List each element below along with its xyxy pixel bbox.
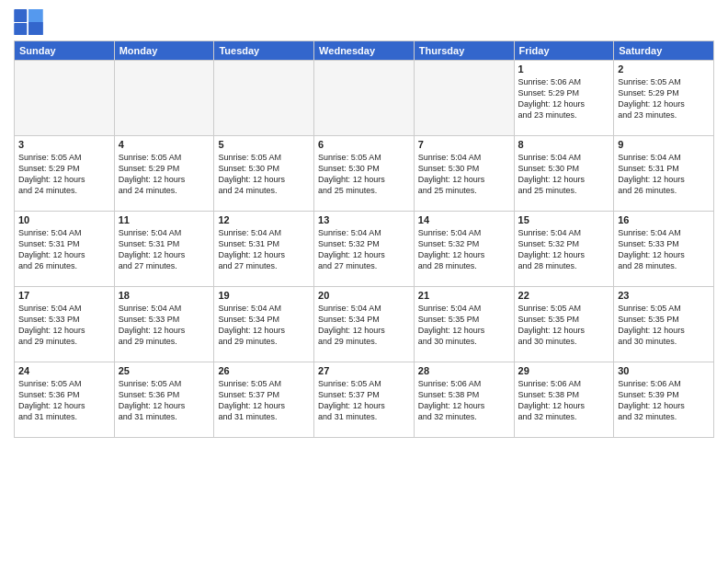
calendar-table: SundayMondayTuesdayWednesdayThursdayFrid… — [14, 40, 714, 438]
day-number: 13 — [318, 214, 410, 225]
day-info: Sunrise: 5:04 AM Sunset: 5:35 PM Dayligh… — [418, 303, 510, 348]
day-cell: 20Sunrise: 5:04 AM Sunset: 5:34 PM Dayli… — [314, 287, 415, 362]
day-number: 20 — [318, 290, 410, 301]
day-cell: 2Sunrise: 5:05 AM Sunset: 5:29 PM Daylig… — [614, 61, 714, 136]
day-number: 9 — [618, 139, 710, 150]
day-cell: 27Sunrise: 5:05 AM Sunset: 5:37 PM Dayli… — [314, 362, 415, 438]
day-cell — [314, 61, 415, 136]
day-cell: 11Sunrise: 5:04 AM Sunset: 5:31 PM Dayli… — [114, 212, 214, 287]
day-cell: 9Sunrise: 5:04 AM Sunset: 5:31 PM Daylig… — [614, 136, 714, 212]
day-info: Sunrise: 5:04 AM Sunset: 5:32 PM Dayligh… — [518, 227, 610, 272]
day-cell: 29Sunrise: 5:06 AM Sunset: 5:38 PM Dayli… — [514, 362, 614, 438]
day-info: Sunrise: 5:05 AM Sunset: 5:29 PM Dayligh… — [18, 152, 110, 197]
day-info: Sunrise: 5:04 AM Sunset: 5:30 PM Dayligh… — [518, 152, 610, 197]
day-number: 4 — [119, 139, 210, 150]
header-cell-thursday: Thursday — [414, 41, 514, 61]
day-number: 16 — [618, 214, 710, 225]
day-number: 6 — [318, 139, 410, 150]
day-number: 18 — [119, 290, 210, 301]
week-row-0: 1Sunrise: 5:06 AM Sunset: 5:29 PM Daylig… — [15, 61, 714, 136]
day-info: Sunrise: 5:05 AM Sunset: 5:35 PM Dayligh… — [618, 303, 710, 348]
day-info: Sunrise: 5:05 AM Sunset: 5:29 PM Dayligh… — [119, 152, 210, 197]
day-number: 1 — [518, 63, 610, 75]
day-number: 5 — [218, 139, 310, 150]
day-info: Sunrise: 5:04 AM Sunset: 5:32 PM Dayligh… — [418, 227, 510, 272]
day-info: Sunrise: 5:04 AM Sunset: 5:34 PM Dayligh… — [218, 303, 310, 348]
day-info: Sunrise: 5:04 AM Sunset: 5:31 PM Dayligh… — [618, 152, 710, 197]
day-cell: 18Sunrise: 5:04 AM Sunset: 5:33 PM Dayli… — [114, 287, 214, 362]
day-info: Sunrise: 5:04 AM Sunset: 5:31 PM Dayligh… — [119, 227, 210, 272]
day-cell — [114, 61, 214, 136]
day-cell: 17Sunrise: 5:04 AM Sunset: 5:33 PM Dayli… — [15, 287, 115, 362]
day-number: 3 — [18, 139, 110, 150]
day-cell: 15Sunrise: 5:04 AM Sunset: 5:32 PM Dayli… — [514, 212, 614, 287]
day-number: 23 — [618, 290, 710, 301]
week-row-3: 17Sunrise: 5:04 AM Sunset: 5:33 PM Dayli… — [15, 287, 714, 362]
header-row: SundayMondayTuesdayWednesdayThursdayFrid… — [15, 41, 714, 61]
day-cell — [414, 61, 514, 136]
header-cell-saturday: Saturday — [614, 41, 714, 61]
day-number: 8 — [518, 139, 610, 150]
svg-rect-0 — [14, 9, 27, 22]
day-info: Sunrise: 5:04 AM Sunset: 5:33 PM Dayligh… — [618, 227, 710, 272]
header-cell-friday: Friday — [514, 41, 614, 61]
day-info: Sunrise: 5:05 AM Sunset: 5:37 PM Dayligh… — [318, 378, 410, 423]
day-cell: 14Sunrise: 5:04 AM Sunset: 5:32 PM Dayli… — [414, 212, 514, 287]
page: SundayMondayTuesdayWednesdayThursdayFrid… — [0, 0, 728, 563]
day-number: 12 — [218, 214, 310, 225]
day-number: 30 — [618, 365, 710, 376]
day-cell: 7Sunrise: 5:04 AM Sunset: 5:30 PM Daylig… — [414, 136, 514, 212]
day-cell: 25Sunrise: 5:05 AM Sunset: 5:36 PM Dayli… — [114, 362, 214, 438]
day-number: 19 — [218, 290, 310, 301]
day-info: Sunrise: 5:05 AM Sunset: 5:30 PM Dayligh… — [218, 152, 310, 197]
day-cell: 8Sunrise: 5:04 AM Sunset: 5:30 PM Daylig… — [514, 136, 614, 212]
day-info: Sunrise: 5:04 AM Sunset: 5:30 PM Dayligh… — [418, 152, 510, 197]
day-number: 29 — [518, 365, 610, 376]
logo — [14, 9, 47, 35]
day-cell: 24Sunrise: 5:05 AM Sunset: 5:36 PM Dayli… — [15, 362, 115, 438]
day-number: 27 — [318, 365, 410, 376]
day-cell: 12Sunrise: 5:04 AM Sunset: 5:31 PM Dayli… — [214, 212, 314, 287]
header-cell-tuesday: Tuesday — [214, 41, 314, 61]
day-number: 15 — [518, 214, 610, 225]
svg-marker-3 — [28, 22, 43, 35]
day-cell: 13Sunrise: 5:04 AM Sunset: 5:32 PM Dayli… — [314, 212, 415, 287]
week-row-2: 10Sunrise: 5:04 AM Sunset: 5:31 PM Dayli… — [15, 212, 714, 287]
day-info: Sunrise: 5:04 AM Sunset: 5:31 PM Dayligh… — [18, 227, 110, 272]
calendar-header: SundayMondayTuesdayWednesdayThursdayFrid… — [15, 41, 714, 61]
day-cell: 10Sunrise: 5:04 AM Sunset: 5:31 PM Dayli… — [15, 212, 115, 287]
day-cell — [15, 61, 115, 136]
header-cell-wednesday: Wednesday — [314, 41, 415, 61]
day-cell: 23Sunrise: 5:05 AM Sunset: 5:35 PM Dayli… — [614, 287, 714, 362]
header — [14, 9, 714, 35]
day-number: 21 — [418, 290, 510, 301]
header-cell-sunday: Sunday — [15, 41, 115, 61]
logo-icon — [14, 9, 43, 35]
day-cell: 6Sunrise: 5:05 AM Sunset: 5:30 PM Daylig… — [314, 136, 415, 212]
day-cell: 22Sunrise: 5:05 AM Sunset: 5:35 PM Dayli… — [514, 287, 614, 362]
day-cell: 19Sunrise: 5:04 AM Sunset: 5:34 PM Dayli… — [214, 287, 314, 362]
day-info: Sunrise: 5:05 AM Sunset: 5:29 PM Dayligh… — [618, 76, 710, 121]
day-number: 25 — [119, 365, 210, 376]
day-cell: 28Sunrise: 5:06 AM Sunset: 5:38 PM Dayli… — [414, 362, 514, 438]
day-number: 22 — [518, 290, 610, 301]
day-info: Sunrise: 5:04 AM Sunset: 5:33 PM Dayligh… — [119, 303, 210, 348]
svg-rect-1 — [14, 23, 27, 35]
day-number: 7 — [418, 139, 510, 150]
day-cell: 5Sunrise: 5:05 AM Sunset: 5:30 PM Daylig… — [214, 136, 314, 212]
day-number: 17 — [18, 290, 110, 301]
day-cell: 26Sunrise: 5:05 AM Sunset: 5:37 PM Dayli… — [214, 362, 314, 438]
day-cell: 3Sunrise: 5:05 AM Sunset: 5:29 PM Daylig… — [15, 136, 115, 212]
week-row-4: 24Sunrise: 5:05 AM Sunset: 5:36 PM Dayli… — [15, 362, 714, 438]
day-number: 2 — [618, 63, 710, 75]
day-info: Sunrise: 5:04 AM Sunset: 5:32 PM Dayligh… — [318, 227, 410, 272]
day-number: 24 — [18, 365, 110, 376]
day-info: Sunrise: 5:05 AM Sunset: 5:36 PM Dayligh… — [119, 378, 210, 423]
day-info: Sunrise: 5:05 AM Sunset: 5:37 PM Dayligh… — [218, 378, 310, 423]
day-number: 14 — [418, 214, 510, 225]
day-cell: 30Sunrise: 5:06 AM Sunset: 5:39 PM Dayli… — [614, 362, 714, 438]
day-info: Sunrise: 5:05 AM Sunset: 5:35 PM Dayligh… — [518, 303, 610, 348]
day-info: Sunrise: 5:06 AM Sunset: 5:39 PM Dayligh… — [618, 378, 710, 423]
day-cell: 21Sunrise: 5:04 AM Sunset: 5:35 PM Dayli… — [414, 287, 514, 362]
day-info: Sunrise: 5:06 AM Sunset: 5:29 PM Dayligh… — [518, 76, 610, 121]
